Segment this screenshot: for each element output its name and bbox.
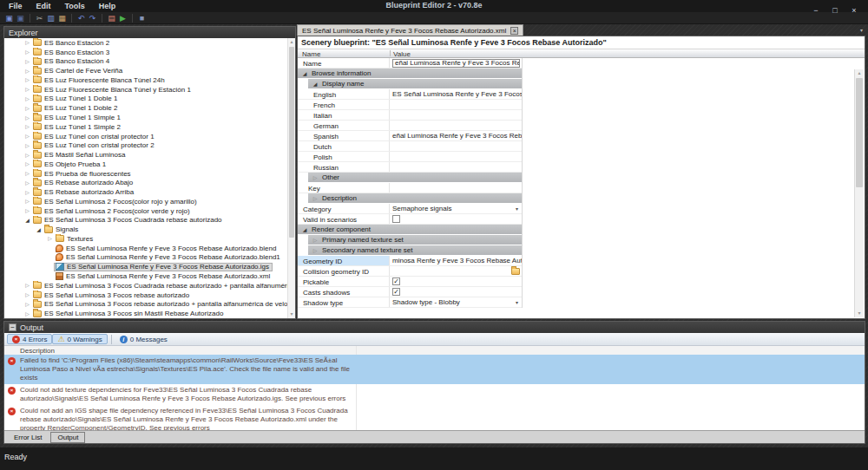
tree-item-content[interactable]: ES Prueba de fluorescentes [31, 169, 135, 179]
error-row[interactable]: ×Could not add an IGS shape file depende… [4, 405, 865, 430]
menu-item-tools[interactable]: Tools [58, 0, 92, 12]
expander-icon[interactable]: ▷ [23, 132, 31, 140]
maximize-button[interactable]: □ [828, 5, 842, 16]
tree-item-content[interactable]: ES Mástil Señal Luminosa [31, 150, 128, 160]
property-value[interactable]: eñal Luminosa Renfe y Feve 3 Focos Rebas… [390, 131, 522, 140]
tree-item[interactable]: ▷ES Señal Luminosa 3 Focos sin Mástil Re… [4, 309, 287, 318]
error-row[interactable]: ×Failed to find 'C:\Program Files (x86)\… [4, 355, 865, 384]
property-value[interactable]: eñal Luminosa Renfe y Feve 3 Focos Rebas… [390, 58, 522, 68]
expander-icon[interactable]: ▷ [23, 114, 31, 122]
property-value[interactable]: minosa Renfe y Feve 3 Focos Rebase Autor… [390, 256, 522, 265]
tab-blueprint-xml[interactable]: ES Señal Luminosa Renfe y Feve 3 Focos R… [297, 24, 523, 36]
minimize-button[interactable]: − [809, 5, 823, 16]
tree-item-content[interactable]: ES Banco Estación 2 [31, 38, 113, 48]
property-value[interactable] [390, 141, 522, 151]
tab-error-list[interactable]: Error List [8, 433, 48, 442]
property-value[interactable]: ES Señal Luminosa Renfe y Feve 3 Focos R… [390, 89, 522, 99]
tree-item-content[interactable]: ES Luz Fluorescente Blanca Túnel 24h [31, 75, 168, 85]
scrollbar-thumb[interactable] [856, 78, 863, 187]
tree-item[interactable]: ES Señal Luminosa Renfe y Feve 3 Focos R… [4, 244, 287, 253]
menu-item-help[interactable]: Help [92, 0, 123, 12]
tree-item[interactable]: ▷ES Luz Fluorescente Blanca Túnel 24h [4, 75, 287, 85]
expander-icon[interactable]: ◢ [301, 69, 308, 78]
tree-item-content[interactable]: ES Señal Luminosa 2 Focos(color rojo y a… [31, 197, 201, 206]
property-value[interactable]: Semaphore signals▾ [390, 204, 522, 213]
tree-item-content[interactable]: ES Luz Túnel 1 Doble 1 [31, 95, 121, 104]
expander-icon[interactable]: ▷ [23, 281, 31, 290]
tree-item[interactable]: ▷ES Rebase autorizado Abajo [4, 178, 287, 187]
tree-item-content[interactable]: ES Luz Túnel 1 Simple 1 [31, 113, 124, 122]
editor-scrollbar[interactable]: ▴ ▾ [854, 69, 864, 317]
expander-icon[interactable]: ▷ [23, 197, 31, 206]
browse-folder-icon[interactable] [511, 268, 520, 275]
scroll-up-icon[interactable]: ▴ [855, 69, 864, 77]
tree-item-content[interactable]: ES Señal Luminosa 3 Focos rebase autoriz… [31, 290, 193, 300]
property-value[interactable] [390, 121, 522, 130]
property-value[interactable] [390, 100, 522, 109]
expander-icon[interactable]: ◢ [312, 80, 319, 88]
expander-icon[interactable]: ▷ [23, 85, 31, 94]
checkbox[interactable]: ✓ [392, 277, 400, 285]
property-value[interactable] [390, 110, 522, 120]
scroll-down-icon[interactable]: ▾ [855, 310, 864, 317]
tree-item[interactable]: ▷ES Señal Luminosa 2 Focos(color rojo y … [4, 197, 287, 206]
tree-item-content[interactable]: ES Luz Túnel 1 Doble 2 [31, 103, 121, 113]
property-value[interactable]: ✓ [390, 277, 522, 286]
tree-item-content[interactable]: ES Banco Estación 4 [31, 57, 113, 67]
tree-item[interactable]: ▷ES Señal Luminosa 3 Focos rebase autori… [4, 299, 287, 309]
property-value[interactable]: ✓ [390, 287, 522, 297]
section-browse-information[interactable]: ◢Browse information [298, 69, 522, 79]
expander-icon[interactable]: ▷ [23, 179, 31, 187]
tree-item-content[interactable]: ES Luz Túnel 1 Simple 2 [31, 122, 124, 132]
property-value[interactable] [390, 162, 522, 172]
expander-icon[interactable]: ▷ [23, 169, 31, 178]
tree-item[interactable]: ▷Textures [4, 234, 287, 244]
property-label[interactable]: Russian [298, 162, 390, 172]
tab-list-dropdown-icon[interactable]: ▾ [860, 27, 863, 33]
tree-item[interactable]: ▷ES Cartel de Feve Veriña [4, 66, 287, 75]
property-label[interactable]: Valid in scenarios [298, 214, 390, 224]
tab-close-icon[interactable]: × [510, 27, 518, 35]
section-display-name[interactable]: ◢Display name [308, 79, 522, 89]
expander-icon[interactable]: ▷ [23, 310, 31, 318]
tree-item[interactable]: ◢ES Señal Luminosa 3 Focos Cuadrada reba… [4, 216, 287, 225]
section-description[interactable]: ▷Description [308, 193, 522, 204]
expander-icon[interactable]: ▷ [23, 290, 31, 299]
section-render-component[interactable]: ◢Render component [298, 225, 522, 235]
expander-icon[interactable]: ▷ [23, 151, 31, 160]
tree-item-content[interactable]: ES Cartel de Feve Veriña [31, 66, 126, 75]
tree-item[interactable]: ▷ES Rebase autorizado Arriba [4, 187, 287, 197]
expander-icon[interactable]: ▷ [23, 48, 31, 56]
property-label[interactable]: German [298, 121, 390, 130]
expander-icon[interactable]: ▷ [23, 75, 31, 84]
expander-icon[interactable]: ▷ [46, 234, 54, 243]
chevron-down-icon[interactable]: ▾ [516, 299, 520, 305]
close-button[interactable]: × [847, 5, 861, 16]
tree-item-content[interactable]: Textures [54, 234, 96, 244]
expander-icon[interactable]: ▷ [23, 206, 31, 215]
property-label[interactable]: Collision geometry ID [298, 266, 390, 276]
collapse-panel-icon[interactable]: − [9, 323, 16, 331]
messages-filter-button[interactable]: i 0 Messages [115, 334, 172, 344]
expander-icon[interactable]: ▷ [23, 188, 31, 197]
property-value[interactable] [390, 183, 522, 193]
scroll-up-icon[interactable]: ▴ [288, 38, 295, 46]
property-label[interactable]: French [298, 100, 390, 109]
checkbox[interactable] [392, 215, 400, 223]
tree-item-content[interactable]: ES Luz Fluorescente Blanca Túnel y Estac… [31, 85, 194, 95]
property-value[interactable] [390, 214, 522, 224]
tree-item[interactable]: ▷ES Banco Estación 4 [4, 57, 287, 67]
save-icon[interactable]: ▣ [3, 13, 15, 23]
tree-item[interactable]: ▷ES Banco Estación 2 [4, 38, 287, 48]
menu-item-file[interactable]: File [2, 0, 30, 12]
cut-icon[interactable]: ✂ [34, 13, 45, 23]
tree-item[interactable]: ES Señal Luminosa Renfe y Feve 3 Focos R… [4, 262, 287, 271]
property-label[interactable]: Polish [298, 152, 390, 161]
property-value[interactable] [390, 266, 522, 276]
save-all-icon[interactable]: ▣ [15, 13, 26, 23]
tree-item-content[interactable]: ES Señal Luminosa 3 Focos rebase autoriz… [31, 300, 287, 310]
property-label[interactable]: Dutch [298, 141, 390, 151]
tree-item-content[interactable]: ES Objeto Prueba 1 [31, 160, 109, 169]
stop-icon[interactable]: ■ [136, 13, 148, 23]
tree-item[interactable]: ▷ES Luz Túnel 1 Doble 1 [4, 95, 287, 104]
